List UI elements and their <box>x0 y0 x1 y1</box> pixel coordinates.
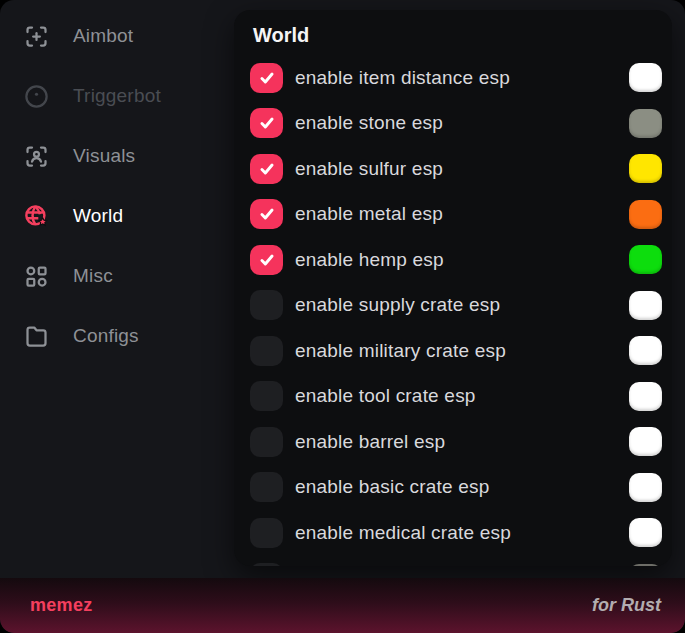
esp-color-swatch[interactable] <box>629 473 662 502</box>
brand-name: memez <box>30 595 93 616</box>
check-icon <box>258 114 276 132</box>
esp-option-label: enable supply crate esp <box>295 294 500 316</box>
esp-checkbox[interactable] <box>250 381 283 411</box>
sidebar-item-world[interactable]: World <box>0 186 234 246</box>
esp-option-label: enable sulfur esp <box>295 158 443 180</box>
product-tagline: for Rust <box>592 595 661 616</box>
sidebar-label-world: World <box>73 205 123 227</box>
esp-color-swatch[interactable] <box>629 245 662 274</box>
esp-options-list: enable item distance esp enable stone es… <box>234 55 672 566</box>
esp-checkbox[interactable] <box>250 63 283 93</box>
esp-option-row: enable sulfur esp <box>234 146 672 192</box>
sidebar-label-aimbot: Aimbot <box>73 25 133 47</box>
esp-color-swatch[interactable] <box>629 154 662 183</box>
check-icon <box>258 160 276 178</box>
sidebar: Aimbot Triggerbot Visuals <box>0 6 234 366</box>
world-settings-panel: World enable item distance esp enable st… <box>234 10 672 566</box>
esp-checkbox[interactable] <box>250 108 283 138</box>
esp-color-swatch[interactable] <box>629 518 662 547</box>
visuals-user-scan-icon <box>23 143 50 170</box>
esp-option-row: enable medical crate esp <box>234 510 672 556</box>
esp-checkbox[interactable] <box>250 199 283 229</box>
esp-option-row: enable military crate esp <box>234 328 672 374</box>
esp-checkbox[interactable] <box>250 336 283 366</box>
esp-checkbox[interactable] <box>250 245 283 275</box>
esp-color-swatch[interactable] <box>629 336 662 365</box>
sidebar-item-misc[interactable]: Misc <box>0 246 234 306</box>
sidebar-label-misc: Misc <box>73 265 113 287</box>
panel-title: World <box>234 10 672 47</box>
esp-checkbox[interactable] <box>250 427 283 457</box>
world-globe-star-icon <box>23 203 50 230</box>
esp-checkbox[interactable] <box>250 290 283 320</box>
esp-option-row: enable barrel esp <box>234 419 672 465</box>
esp-option-label: enable item distance esp <box>295 67 510 89</box>
esp-color-swatch[interactable] <box>629 63 662 92</box>
esp-checkbox[interactable] <box>250 472 283 502</box>
esp-option-row: enable basic crate esp <box>234 465 672 511</box>
check-icon <box>258 251 276 269</box>
misc-category-icon <box>23 263 50 290</box>
esp-option-row: enable metal esp <box>234 192 672 238</box>
check-icon <box>258 69 276 87</box>
sidebar-item-configs[interactable]: Configs <box>0 306 234 366</box>
sidebar-label-configs: Configs <box>73 325 139 347</box>
esp-option-label: enable stone esp <box>295 112 443 134</box>
esp-option-row <box>234 556 672 567</box>
esp-checkbox[interactable] <box>250 154 283 184</box>
footer-bar: memez for Rust <box>0 578 685 633</box>
esp-option-row: enable stone esp <box>234 101 672 147</box>
esp-option-label: enable hemp esp <box>295 249 444 271</box>
esp-checkbox[interactable] <box>250 563 283 566</box>
esp-option-label: enable military crate esp <box>295 340 506 362</box>
esp-color-swatch[interactable] <box>629 291 662 320</box>
aimbot-crosshair-icon <box>23 23 50 50</box>
esp-color-swatch[interactable] <box>629 109 662 138</box>
esp-color-swatch[interactable] <box>629 564 662 566</box>
esp-option-row: enable tool crate esp <box>234 374 672 420</box>
esp-option-label: enable basic crate esp <box>295 476 490 498</box>
triggerbot-circle-dot-icon <box>23 83 50 110</box>
esp-option-label: enable tool crate esp <box>295 385 476 407</box>
esp-option-label: enable medical crate esp <box>295 522 511 544</box>
esp-color-swatch[interactable] <box>629 427 662 456</box>
esp-option-row: enable hemp esp <box>234 237 672 283</box>
sidebar-item-aimbot[interactable]: Aimbot <box>0 6 234 66</box>
esp-option-row: enable item distance esp <box>234 55 672 101</box>
esp-option-label: enable metal esp <box>295 203 443 225</box>
esp-color-swatch[interactable] <box>629 382 662 411</box>
sidebar-item-triggerbot[interactable]: Triggerbot <box>0 66 234 126</box>
sidebar-label-triggerbot: Triggerbot <box>73 85 161 107</box>
esp-option-label: enable barrel esp <box>295 431 445 453</box>
esp-color-swatch[interactable] <box>629 200 662 229</box>
check-icon <box>258 205 276 223</box>
sidebar-label-visuals: Visuals <box>73 145 135 167</box>
cheat-menu-window: Aimbot Triggerbot Visuals <box>0 0 685 633</box>
esp-option-row: enable supply crate esp <box>234 283 672 329</box>
esp-checkbox[interactable] <box>250 518 283 548</box>
configs-folder-icon <box>23 323 50 350</box>
sidebar-item-visuals[interactable]: Visuals <box>0 126 234 186</box>
